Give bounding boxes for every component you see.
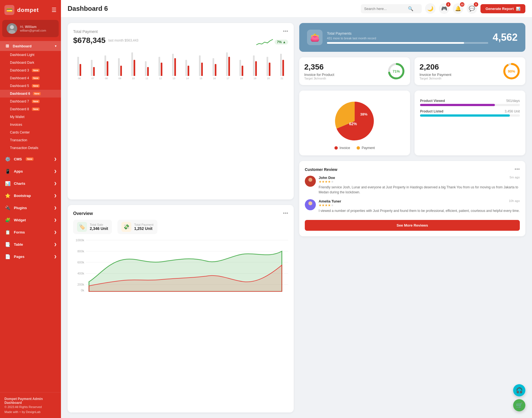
- sidebar-item-charts[interactable]: 📊 Charts ❯: [0, 177, 61, 189]
- svg-text:71%: 71%: [393, 69, 400, 73]
- pages-icon: 📄: [4, 253, 11, 260]
- user-profile[interactable]: Hi, William william@gmail.com: [2, 20, 59, 37]
- bar-gray: [239, 60, 241, 76]
- generate-report-button[interactable]: Generate Report 📊: [480, 4, 525, 13]
- bar-red: [174, 58, 176, 76]
- games-btn[interactable]: 🎮 2: [439, 3, 449, 14]
- sidebar-item-cms[interactable]: ⚙️ CMS New ❯: [0, 153, 61, 165]
- sub-item-transaction[interactable]: Transaction: [0, 136, 61, 144]
- product-listed-value: 3,456 Unit: [505, 109, 520, 113]
- legend-invoice-dot: [334, 146, 338, 150]
- total-payment-card: Total Payment ••• $678,345 last month $5…: [68, 23, 294, 199]
- invoice-product-number: 2,356: [304, 63, 334, 71]
- sub-item-dashboard-4[interactable]: Dashboard 4 New: [0, 74, 61, 82]
- notification-btn[interactable]: 🔔 12: [453, 3, 463, 14]
- logo-icon: 💳: [4, 5, 14, 15]
- payment-last-month: last month $563,443: [108, 39, 139, 42]
- trend-area: 7% ▲: [256, 38, 288, 46]
- sub-label-my-wallet: My Wallet: [10, 115, 24, 119]
- invoice-payment-donut: 90%: [503, 62, 520, 80]
- bar-label: 18: [235, 77, 248, 80]
- search-box: 🔍: [361, 4, 422, 13]
- reviewer-1-text: Friendly service Josh, Lunar and everyon…: [319, 185, 520, 195]
- banner-label: Total Payments: [327, 31, 488, 35]
- bar-group: [181, 48, 194, 76]
- sidebar-item-pages[interactable]: 📄 Pages ❯: [0, 250, 61, 263]
- see-more-reviews-button[interactable]: See More Reviews: [305, 220, 520, 231]
- bar-group: [262, 48, 275, 76]
- sidebar-item-widget[interactable]: 🧩 Widget ❯: [0, 214, 61, 226]
- pages-label: Pages: [14, 255, 24, 259]
- sub-item-dashboard-7[interactable]: Dashboard 7 New: [0, 98, 61, 105]
- bar-red: [80, 64, 81, 76]
- sub-item-dashboard-5[interactable]: Dashboard 5 New: [0, 82, 61, 90]
- sidebar-item-plugins[interactable]: 🔌 Plugins ❯: [0, 202, 61, 214]
- bar-chart-icon: 📊: [516, 7, 520, 11]
- review-menu[interactable]: •••: [515, 166, 520, 172]
- review-card: Customer Review ••• John Doe: [299, 161, 525, 236]
- bar-chart: 06070809101112131415161718192021: [73, 48, 288, 80]
- search-input[interactable]: [364, 7, 406, 11]
- fab-cart[interactable]: 🛒: [513, 399, 525, 411]
- pages-arrow: ❯: [54, 255, 57, 258]
- sub-item-dashboard-8[interactable]: Dashboard 8 New: [0, 105, 61, 113]
- sub-item-invoices[interactable]: Invoices: [0, 121, 61, 129]
- total-payment-label: Total Payment: [134, 223, 154, 226]
- bar-group: [222, 48, 234, 76]
- overview-menu[interactable]: •••: [283, 211, 288, 216]
- pie-container: 62% 38%: [305, 99, 405, 143]
- bar-red: [269, 63, 270, 76]
- overview-card: Overview ••• 🏷️ Total Sale 2,346 Unit 💸 …: [68, 205, 294, 412]
- bar-gray: [280, 54, 282, 76]
- legend-payment-label: Payment: [362, 146, 375, 150]
- charts-icon: 📊: [4, 180, 11, 187]
- sidebar-item-table[interactable]: 📑 Table ❯: [0, 238, 61, 250]
- sub-item-dashboard-light[interactable]: Dashboard Light: [0, 51, 61, 59]
- sub-item-transaction-details[interactable]: Transaction Details: [0, 144, 61, 152]
- sub-item-my-wallet[interactable]: My Wallet: [0, 113, 61, 121]
- sidebar-item-forms[interactable]: 📋 Forms ❯: [0, 226, 61, 238]
- bar-group: [100, 48, 113, 76]
- heart-icon: ♥: [19, 410, 21, 414]
- content-area: Total Payment ••• $678,345 last month $5…: [61, 17, 532, 418]
- fab-support[interactable]: 🎧: [513, 384, 525, 396]
- message-badge: 5: [474, 2, 478, 7]
- charts-label: Charts: [14, 181, 25, 186]
- sub-label-dashboard-light: Dashboard Light: [10, 53, 34, 57]
- sidebar-item-dashboard[interactable]: ⊞ Dashboard ▾: [0, 41, 61, 51]
- footer-made-with: Made with ♥ by DexignLab: [4, 410, 57, 414]
- sub-item-dashboard-3[interactable]: Dashboard 3 New: [0, 66, 61, 74]
- avatar: [7, 23, 17, 34]
- svg-text:38%: 38%: [360, 112, 367, 116]
- bar-red: [107, 61, 108, 76]
- invoice-payment-card: 2,206 Invoice for Payment Target 3k/mont…: [415, 57, 525, 85]
- apps-label: Apps: [14, 169, 23, 173]
- sub-item-dashboard-6[interactable]: Dashboard 6 New: [0, 90, 61, 98]
- bar-label: 13: [168, 77, 180, 80]
- sidebar-item-bootstrap[interactable]: ⭐ Bootstrap ❯: [0, 189, 61, 202]
- forms-arrow: ❯: [54, 230, 57, 234]
- reviewer-1-name: John Doe: [319, 176, 335, 180]
- bar-label: 11: [141, 77, 153, 80]
- main-menu: ⚙️ CMS New ❯ 📱 Apps ❯ 📊 Charts ❯ ⭐ Boots…: [0, 153, 61, 263]
- hamburger-menu[interactable]: ☰: [52, 7, 57, 13]
- headset-icon: 🎧: [516, 387, 523, 394]
- bar-red: [161, 63, 162, 76]
- main-area: Dashboard 6 🔍 🌙 🎮 2 🔔 12 💬 5 Generate Re…: [61, 0, 532, 418]
- dashboard-label: Dashboard: [13, 44, 32, 48]
- message-btn[interactable]: 💬 5: [467, 3, 477, 14]
- sidebar-item-apps[interactable]: 📱 Apps ❯: [0, 165, 61, 177]
- user-name: William: [25, 25, 37, 29]
- sub-item-dashboard-dark[interactable]: Dashboard Dark: [0, 59, 61, 66]
- sub-label-invoices: Invoices: [10, 123, 22, 127]
- reviewer-2-time: 10h ago: [509, 199, 520, 202]
- footer-copyright: © 2023 All Rights Reserved: [4, 405, 57, 409]
- payment-card-menu[interactable]: •••: [283, 29, 288, 34]
- reviewer-1-avatar: [305, 176, 316, 187]
- theme-toggle-btn[interactable]: 🌙: [425, 3, 436, 14]
- product-viewed-progress-fill: [420, 104, 495, 106]
- sub-item-cards-center[interactable]: Cards Center: [0, 129, 61, 136]
- bar-label: 10: [127, 77, 140, 80]
- invoice-payment-number: 2,206: [420, 63, 451, 71]
- widget-arrow: ❯: [54, 218, 57, 222]
